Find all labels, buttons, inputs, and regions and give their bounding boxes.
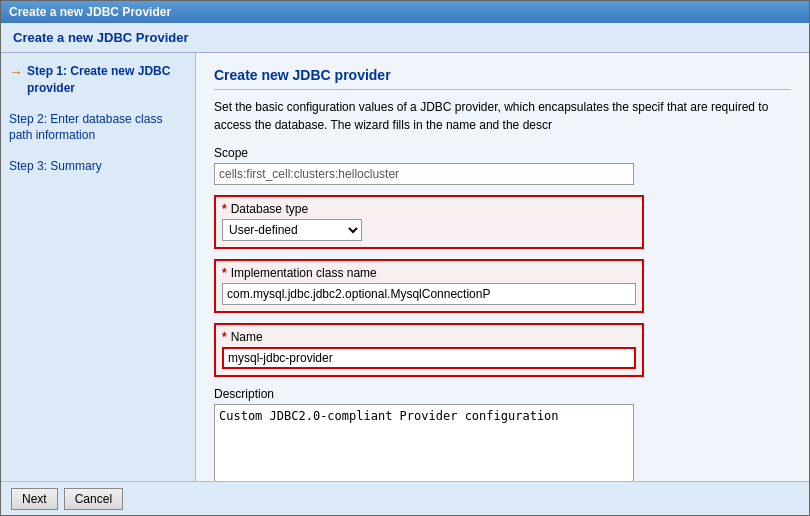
required-star-db: * <box>222 202 227 216</box>
impl-class-field-group: * Implementation class name <box>214 259 644 313</box>
step2-label: Step 2: Enter database class path inform… <box>9 111 187 145</box>
name-label: * Name <box>222 330 636 344</box>
name-field-group: * Name <box>214 323 644 377</box>
scope-label: Scope <box>214 146 791 160</box>
step3-label: Step 3: Summary <box>9 158 102 175</box>
window-title: Create a new JDBC Provider <box>9 5 171 19</box>
description-textarea[interactable]: Custom JDBC2.0-compliant Provider config… <box>214 404 634 481</box>
database-type-select[interactable]: User-defined DB2 Oracle MySQL SQL Server <box>222 219 362 241</box>
title-bar: Create a new JDBC Provider <box>1 1 809 23</box>
step1-label: Step 1: Create new JDBC provider <box>27 63 187 97</box>
sidebar: → Step 1: Create new JDBC provider Step … <box>1 53 196 481</box>
required-star-name: * <box>222 330 227 344</box>
sidebar-item-step1[interactable]: → Step 1: Create new JDBC provider <box>9 63 187 97</box>
sidebar-item-step2[interactable]: Step 2: Enter database class path inform… <box>9 111 187 145</box>
panel-title: Create new JDBC provider <box>214 67 791 90</box>
scope-input[interactable] <box>214 163 634 185</box>
database-type-select-wrapper: User-defined DB2 Oracle MySQL SQL Server <box>222 219 636 241</box>
next-button[interactable]: Next <box>11 488 58 510</box>
content-area: → Step 1: Create new JDBC provider Step … <box>1 53 809 481</box>
impl-class-input[interactable] <box>222 283 636 305</box>
page-header-title: Create a new JDBC Provider <box>13 30 189 45</box>
database-type-field-group: * Database type User-defined DB2 Oracle … <box>214 195 644 249</box>
impl-class-label: * Implementation class name <box>222 266 636 280</box>
step1-arrow-icon: → <box>9 64 23 80</box>
database-type-label: * Database type <box>222 202 636 216</box>
main-window: Create a new JDBC Provider Create a new … <box>0 0 810 516</box>
scope-field-group: Scope <box>214 146 791 185</box>
sidebar-item-step3[interactable]: Step 3: Summary <box>9 158 187 175</box>
description-label: Description <box>214 387 791 401</box>
description-text: Set the basic configuration values of a … <box>214 98 791 134</box>
footer: Next Cancel <box>1 481 809 515</box>
page-header: Create a new JDBC Provider <box>1 23 809 53</box>
required-star-impl: * <box>222 266 227 280</box>
main-panel: Create new JDBC provider Set the basic c… <box>196 53 809 481</box>
name-input[interactable] <box>222 347 636 369</box>
cancel-button[interactable]: Cancel <box>64 488 123 510</box>
description-field-group: Description Custom JDBC2.0-compliant Pro… <box>214 387 791 481</box>
